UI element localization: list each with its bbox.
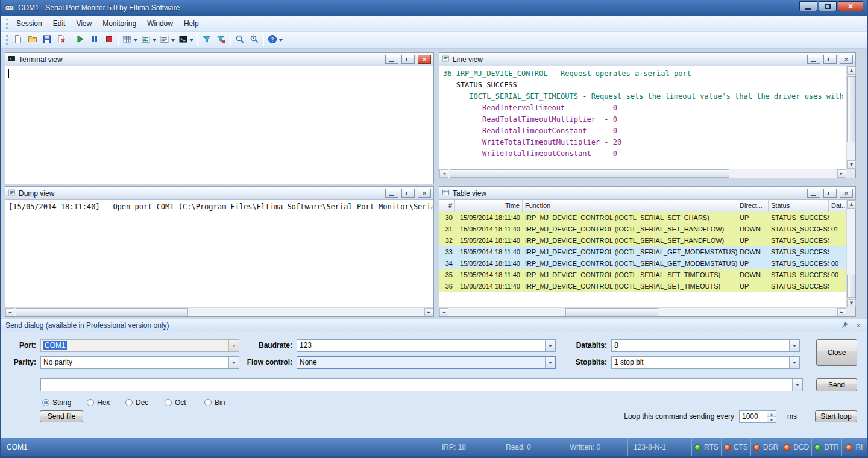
terminal-view-titlebar[interactable]: Terminal view ✕ bbox=[5, 53, 433, 66]
stop-monitoring-button[interactable] bbox=[102, 33, 116, 47]
start-loop-button[interactable]: Start loop bbox=[815, 410, 857, 422]
parity-combobox[interactable]: No parity bbox=[40, 356, 239, 369]
baudrate-value: 123 bbox=[297, 340, 545, 351]
column-header-function[interactable]: Function bbox=[523, 200, 737, 212]
terminal-view-button[interactable] bbox=[177, 33, 195, 47]
table-row[interactable]: 3315/05/2014 18:11:40IRP_MJ_DEVICE_CONTR… bbox=[439, 246, 855, 258]
new-session-button[interactable] bbox=[11, 33, 25, 47]
help-button[interactable]: ? bbox=[266, 33, 285, 47]
send-data-combobox[interactable] bbox=[40, 378, 803, 391]
minimize-button[interactable] bbox=[807, 189, 820, 198]
toolbar-grip[interactable] bbox=[6, 35, 8, 45]
spin-down-icon[interactable]: ▼ bbox=[767, 416, 776, 422]
horizontal-scrollbar[interactable]: ◄ ► bbox=[439, 169, 846, 178]
dump-view-titlebar[interactable]: Dump view ✕ bbox=[5, 187, 433, 200]
close-button[interactable]: ✕ bbox=[840, 189, 853, 198]
table-row[interactable]: 3215/05/2014 18:11:40IRP_MJ_DEVICE_CONTR… bbox=[439, 235, 855, 246]
pause-monitoring-button[interactable] bbox=[87, 33, 102, 47]
format-radio-hex[interactable]: Hex bbox=[87, 398, 110, 407]
table-row[interactable]: 3015/05/2014 18:11:40IRP_MJ_DEVICE_CONTR… bbox=[439, 212, 855, 224]
terminal-view-content[interactable] bbox=[5, 66, 433, 184]
format-radio-bin[interactable]: Bin bbox=[204, 398, 225, 407]
scroll-right-icon[interactable]: ► bbox=[837, 308, 846, 316]
flow-control-combobox[interactable]: None bbox=[297, 356, 556, 369]
close-session-button[interactable] bbox=[54, 33, 69, 47]
baudrate-combobox[interactable]: 123 bbox=[297, 339, 556, 352]
menu-view[interactable]: View bbox=[71, 17, 97, 30]
close-button[interactable]: ✕ bbox=[838, 1, 863, 11]
minimize-button[interactable] bbox=[807, 55, 820, 64]
close-panel-icon[interactable]: × bbox=[854, 322, 863, 329]
menu-grip[interactable] bbox=[6, 19, 8, 29]
minimize-button[interactable] bbox=[385, 55, 398, 64]
maximize-button[interactable] bbox=[819, 1, 837, 11]
filter-remove-button[interactable] bbox=[214, 33, 228, 47]
scroll-left-icon[interactable]: ◄ bbox=[439, 308, 448, 316]
filter-setup-button[interactable] bbox=[200, 33, 214, 47]
maximize-button[interactable] bbox=[401, 55, 415, 64]
table-row[interactable]: 3615/05/2014 18:11:40IRP_MJ_DEVICE_CONTR… bbox=[439, 281, 855, 292]
send-button[interactable]: Send bbox=[816, 378, 857, 391]
format-radio-string[interactable]: String bbox=[42, 398, 71, 407]
table-row[interactable]: 3415/05/2014 18:11:40IRP_MJ_DEVICE_CONTR… bbox=[439, 258, 855, 269]
menu-help[interactable]: Help bbox=[178, 17, 204, 30]
start-monitoring-button[interactable] bbox=[73, 33, 87, 47]
scroll-down-icon[interactable]: ▼ bbox=[847, 299, 856, 307]
close-button[interactable]: ✕ bbox=[418, 55, 431, 64]
column-header-direction[interactable]: Direct... bbox=[737, 200, 769, 212]
format-radio-oct[interactable]: Oct bbox=[165, 398, 186, 407]
minimize-button[interactable] bbox=[799, 1, 817, 11]
save-session-button[interactable] bbox=[40, 33, 54, 47]
close-dialog-button[interactable]: Close bbox=[816, 339, 857, 366]
maximize-button[interactable] bbox=[823, 189, 837, 198]
table-view-titlebar[interactable]: Table view ✕ bbox=[439, 187, 855, 200]
format-radio-dec[interactable]: Dec bbox=[125, 398, 148, 407]
column-header-num[interactable]: # bbox=[439, 200, 455, 212]
scroll-right-icon[interactable]: ► bbox=[424, 308, 433, 316]
table-row[interactable]: 3515/05/2014 18:11:40IRP_MJ_DEVICE_CONTR… bbox=[439, 269, 855, 281]
port-label: Port: bbox=[1, 339, 36, 352]
find-button[interactable] bbox=[233, 33, 247, 47]
app-icon bbox=[5, 3, 14, 13]
port-combobox[interactable]: COM1 bbox=[40, 339, 239, 352]
scroll-up-icon[interactable]: ▲ bbox=[847, 66, 856, 75]
menu-window[interactable]: Window bbox=[142, 17, 178, 30]
databits-combobox[interactable]: 8 bbox=[611, 339, 800, 352]
scroll-left-icon[interactable]: ◄ bbox=[5, 308, 14, 316]
table-view-button[interactable] bbox=[121, 33, 139, 47]
menu-monitoring[interactable]: Monitoring bbox=[97, 17, 142, 30]
send-file-button[interactable]: Send file bbox=[40, 410, 83, 422]
scroll-up-icon[interactable]: ▲ bbox=[847, 200, 856, 209]
line-view-content[interactable]: 36 IRP_MJ_DEVICE_CONTROL - Request opera… bbox=[439, 66, 855, 178]
dump-view-button[interactable] bbox=[158, 33, 177, 47]
scroll-right-icon[interactable]: ► bbox=[837, 169, 846, 178]
close-session-icon bbox=[57, 34, 66, 46]
stopbits-combobox[interactable]: 1 stop bit bbox=[611, 356, 800, 369]
dump-view-content[interactable]: [15/05/2014 18:11:40] - Open port COM1 (… bbox=[5, 200, 433, 316]
maximize-button[interactable] bbox=[401, 189, 415, 198]
column-header-status[interactable]: Status bbox=[769, 200, 829, 212]
scroll-down-icon[interactable]: ▼ bbox=[847, 160, 856, 169]
minimize-button[interactable] bbox=[385, 189, 398, 198]
line-view-titlebar[interactable]: Line view ✕ bbox=[439, 53, 855, 66]
vertical-scrollbar[interactable]: ▲ ▼ bbox=[846, 200, 855, 307]
menu-session[interactable]: Session bbox=[11, 17, 48, 30]
find-next-button[interactable] bbox=[247, 33, 262, 47]
table-row[interactable]: 3115/05/2014 18:11:40IRP_MJ_DEVICE_CONTR… bbox=[439, 224, 855, 235]
chevron-down-icon bbox=[153, 39, 156, 42]
line-view-button[interactable] bbox=[139, 33, 158, 47]
pin-icon[interactable] bbox=[841, 321, 849, 330]
spin-up-icon[interactable]: ▲ bbox=[767, 411, 776, 416]
horizontal-scrollbar[interactable]: ◄ ► bbox=[439, 307, 846, 316]
scroll-left-icon[interactable]: ◄ bbox=[439, 169, 448, 178]
vertical-scrollbar[interactable]: ▲ ▼ bbox=[846, 66, 855, 169]
close-button[interactable]: ✕ bbox=[418, 189, 431, 198]
menu-edit[interactable]: Edit bbox=[48, 17, 71, 30]
column-header-time[interactable]: Time bbox=[455, 200, 523, 212]
open-session-button[interactable] bbox=[25, 33, 40, 47]
horizontal-scrollbar[interactable]: ◄ ► bbox=[5, 307, 433, 316]
loop-interval-spinner[interactable]: 1000 ▲ ▼ bbox=[739, 410, 776, 423]
close-button[interactable]: ✕ bbox=[840, 55, 853, 64]
cell-num: 33 bbox=[439, 246, 455, 258]
maximize-button[interactable] bbox=[823, 55, 837, 64]
